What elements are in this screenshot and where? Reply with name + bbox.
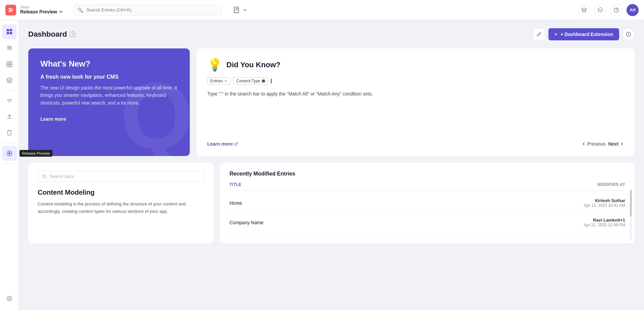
info-icon <box>626 32 631 37</box>
svg-rect-11 <box>7 62 9 64</box>
help-icon[interactable]: ? <box>70 31 76 37</box>
sidebar-item-entries[interactable] <box>2 40 17 55</box>
lightbulb-icon: 💡 <box>207 58 222 72</box>
sidebar-divider-2 <box>4 143 15 143</box>
modified-info-1: Ravi Lamkoti+1 Apr 12, 2023 11:58 PM <box>584 218 625 227</box>
svg-point-21 <box>628 33 629 34</box>
svg-rect-13 <box>7 65 9 67</box>
stack-label: Stack <box>20 5 63 9</box>
dyk-body: Type ":" in the search bar to apply the … <box>207 90 624 136</box>
search-input[interactable] <box>74 4 222 15</box>
docs-card: Search docs Content Modeling Content mod… <box>28 163 213 243</box>
document-icon-group[interactable] <box>233 6 248 14</box>
upload-icon <box>6 113 13 120</box>
pencil-icon <box>536 32 542 37</box>
sidebar: Release Preview <box>0 20 19 310</box>
svg-point-19 <box>8 298 10 300</box>
svg-point-18 <box>8 152 10 154</box>
page-header: Dashboard ? + + Dashboard Extension <box>28 28 635 40</box>
user-avatar[interactable]: AH <box>627 4 639 16</box>
col-modified: Modified At <box>598 182 625 187</box>
chevron-down-icon <box>224 79 227 83</box>
svg-rect-23 <box>262 80 265 82</box>
text-cursor <box>271 79 272 83</box>
top-actions: AH <box>578 4 639 16</box>
dyk-navigation: Previous Next <box>582 141 624 147</box>
entry-name-0: Home <box>229 200 242 206</box>
dyk-next-btn[interactable]: Next <box>608 141 624 147</box>
dyk-learn-more[interactable]: Learn more <box>207 141 238 147</box>
whats-new-card: What's New? A fresh new look for your CM… <box>28 48 190 156</box>
svg-rect-9 <box>7 47 12 48</box>
dashboard-extension-btn[interactable]: + + Dashboard Extension <box>548 28 619 40</box>
whats-new-subtitle: A fresh new look for your CMS <box>40 74 178 80</box>
docs-search[interactable]: Search docs <box>38 171 204 182</box>
table-row: Company Name Ravi Lamkoti+1 Apr 12, 2023… <box>229 213 625 232</box>
docs-content-title: Content Modeling <box>38 189 204 196</box>
main-layout: Release Preview Dashboard ? + + Dashboar… <box>0 20 644 310</box>
dyk-title: Did You Know? <box>226 61 281 69</box>
document-icon <box>233 6 241 14</box>
entries-tag[interactable]: Entries <box>207 77 230 85</box>
release-preview-dropdown[interactable]: Release Preview <box>20 9 63 14</box>
whats-new-title: What's New? <box>40 59 178 69</box>
page-title: Dashboard <box>28 30 67 39</box>
svg-point-15 <box>9 102 10 103</box>
dyk-previous-btn[interactable]: Previous <box>582 141 605 147</box>
sidebar-item-environment[interactable] <box>2 73 17 87</box>
content-type-tag[interactable]: Content Type <box>233 77 268 85</box>
whats-new-learn-more[interactable]: Learn more <box>40 116 66 122</box>
scrollbar[interactable] <box>630 190 632 241</box>
content-type-tag-label: Content Type <box>236 79 260 83</box>
modified-info-0: Kirtesh Suthar Apr 13, 2023 10:41 AM <box>584 198 625 208</box>
education-icon-btn[interactable] <box>578 4 590 16</box>
sidebar-item-release-preview[interactable]: Release Preview <box>2 146 17 161</box>
sidebar-item-workflows[interactable] <box>2 125 17 140</box>
modified-by-1: Ravi Lamkoti+1 <box>584 218 625 223</box>
recently-modified-card: Recently Modified Entries Title Modified… <box>220 163 635 243</box>
table-row: Home Kirtesh Suthar Apr 13, 2023 10:41 A… <box>229 193 625 213</box>
table-header: Title Modified At <box>229 182 625 191</box>
layers-icon <box>6 77 13 83</box>
sidebar-item-extensions[interactable] <box>2 109 17 124</box>
search-bar[interactable]: 🔍 <box>74 4 222 15</box>
entries-tag-label: Entries <box>210 79 223 83</box>
top-navigation: Stack Release Preview 🔍 AH <box>0 0 644 20</box>
dyk-footer: Learn more Previous Next <box>207 141 624 147</box>
dyk-header: 💡 Did You Know? <box>207 58 624 72</box>
app-logo[interactable] <box>5 5 16 15</box>
sidebar-item-content-types[interactable] <box>2 56 17 71</box>
dashboard-extension-label: + Dashboard Extension <box>561 32 613 37</box>
svg-rect-16 <box>8 130 11 135</box>
list-icon <box>6 44 13 51</box>
docs-content-body: Content modeling is the process of defin… <box>38 200 204 215</box>
did-you-know-card: 💡 Did You Know? Entries Content Type Typ… <box>196 48 635 156</box>
svg-rect-14 <box>10 65 12 67</box>
scrollbar-thumb[interactable] <box>630 190 632 217</box>
notification-btn[interactable] <box>594 4 606 16</box>
svg-rect-12 <box>10 62 12 64</box>
content-type-icon <box>6 61 13 67</box>
chevron-down-icon <box>242 7 248 13</box>
modified-date-0: Apr 13, 2023 10:41 AM <box>584 203 625 208</box>
wifi-icon <box>6 97 13 104</box>
whats-new-body: The new UI design packs the most powerfu… <box>40 84 178 107</box>
modified-by-0: Kirtesh Suthar <box>584 198 625 203</box>
help-btn[interactable] <box>610 4 622 16</box>
sidebar-item-delivery[interactable] <box>2 93 17 108</box>
search-icon <box>42 174 47 179</box>
page-header-right: + + Dashboard Extension <box>533 28 635 40</box>
page-header-left: Dashboard ? <box>28 30 76 39</box>
info-btn[interactable] <box>622 28 635 40</box>
release-icon <box>6 150 13 157</box>
stack-info: Stack Release Preview <box>20 5 63 14</box>
dyk-tags: Entries Content Type <box>207 77 624 85</box>
content-area: Dashboard ? + + Dashboard Extension <box>19 20 644 310</box>
sidebar-item-dashboard[interactable] <box>2 24 17 39</box>
tag-icon <box>262 79 265 83</box>
edit-dashboard-btn[interactable] <box>533 28 545 40</box>
sidebar-divider-3 <box>4 163 15 164</box>
graduation-icon <box>581 7 587 13</box>
sidebar-item-settings[interactable] <box>2 291 17 306</box>
sidebar-divider-1 <box>4 90 15 90</box>
